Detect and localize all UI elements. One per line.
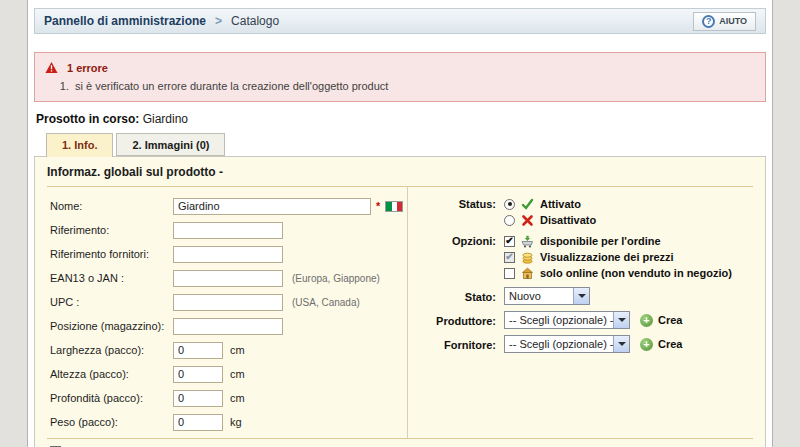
profondita-unit: cm [230,392,245,404]
posizione-input[interactable] [173,318,283,335]
peso-unit: kg [230,416,242,428]
pacchetto-row: Pacchetto [35,439,765,447]
upc-input[interactable] [173,294,283,311]
profondita-input[interactable] [173,390,223,407]
status-option-disattivato: Disattivato [504,212,596,228]
produttore-label: Produttore: [408,313,496,327]
peso-input[interactable] [173,414,223,431]
disattivato-label: Disattivato [540,214,596,226]
produttore-select-value: -- Scegli (opzionale) -- [505,312,613,328]
required-asterisk: * [376,200,380,212]
breadcrumb-current[interactable]: Catalogo [231,14,279,28]
field-row-nome: Nome: * [50,194,407,218]
disponibile-ordine-label: disponibile per l'ordine [540,235,661,247]
breadcrumb-bar: Pannello di amministrazione > Catalogo ?… [34,8,766,34]
plus-icon: + [640,338,653,351]
chevron-down-icon [613,312,629,328]
right-form-column: Status: Attivato [407,187,765,438]
ean13-label: EAN13 o JAN : [50,272,173,284]
error-box: 1 errore si è verificato un errore duran… [34,52,766,102]
field-row-peso: Peso (pacco): kg [50,410,407,434]
product-in-progress: Prosotto in corso: Giardino [36,112,766,126]
product-tabs: 1. Info. 2. Immagini (0) [46,133,766,156]
option-visualizzazione-prezzi: Visualizzazione dei prezzi [504,249,732,265]
peso-label: Peso (pacco): [50,416,173,428]
stato-select-value: Nuovo [505,288,573,304]
larghezza-unit: cm [230,344,245,356]
produttore-row: Produttore: -- Scegli (opzionale) -- + C… [408,311,765,329]
altezza-unit: cm [230,368,245,380]
attivato-label: Attivato [540,198,581,210]
ean13-note: (Europa, Giappone) [292,273,380,284]
error-message: si è verificato un errore durante la cre… [72,80,755,92]
disattivato-radio[interactable] [504,215,515,226]
field-row-altezza: Altezza (pacco): cm [50,362,407,386]
solo-online-checkbox[interactable] [504,268,515,279]
admin-page: Pannello di amministrazione > Catalogo ?… [27,0,773,447]
help-button[interactable]: ? AIUTO [693,12,756,31]
product-in-progress-value: Giardino [143,112,188,126]
attivato-radio[interactable] [504,199,515,210]
upc-note: (USA, Canada) [292,297,360,308]
produttore-crea-label: Crea [658,314,682,326]
visualizzazione-prezzi-checkbox[interactable] [504,252,515,263]
tab-immagini[interactable]: 2. Immagini (0) [116,133,225,156]
tab-info[interactable]: 1. Info. [46,133,113,157]
shop-icon [521,267,534,280]
chevron-down-icon [573,288,589,304]
panel-title: Informaz. globali sul prodotto - [35,157,765,186]
option-solo-online: solo online (non venduto in negozio) [504,265,732,281]
riferimento-input[interactable] [173,222,283,239]
field-row-upc: UPC : (USA, Canada) [50,290,407,314]
larghezza-input[interactable] [173,342,223,359]
stato-row: Stato: Nuovo [408,287,765,305]
breadcrumb-separator-icon: > [215,14,222,28]
coins-icon [521,251,534,264]
riferimento-fornitori-input[interactable] [173,246,283,263]
fornitore-row: Fornitore: -- Scegli (opzionale) -- + Cr… [408,335,765,353]
help-button-label: AIUTO [719,16,747,26]
fornitore-select[interactable]: -- Scegli (opzionale) -- [504,335,630,353]
disponibile-ordine-checkbox[interactable] [504,236,515,247]
error-title: 1 errore [67,62,108,74]
field-row-riferimento: Riferimento: [50,218,407,242]
product-in-progress-label: Prosotto in corso: [36,112,139,126]
field-row-larghezza: Larghezza (pacco): cm [50,338,407,362]
field-row-posizione: Posizione (magazzino): [50,314,407,338]
cross-icon [521,214,534,227]
posizione-label: Posizione (magazzino): [50,320,173,332]
question-mark-icon: ? [702,15,715,28]
nome-input[interactable] [173,198,371,215]
field-row-profondita: Profondità (pacco): cm [50,386,407,410]
profondita-label: Profondità (pacco): [50,392,173,404]
riferimento-fornitori-label: Riferimento fornitori: [50,248,173,260]
larghezza-label: Larghezza (pacco): [50,344,173,356]
status-option-attivato: Attivato [504,196,596,212]
breadcrumb-root[interactable]: Pannello di amministrazione [44,14,206,28]
field-row-riferimento-fornitori: Riferimento fornitori: [50,242,407,266]
solo-online-label: solo online (non venduto in negozio) [540,267,732,279]
stato-select[interactable]: Nuovo [504,287,590,305]
fornitore-select-value: -- Scegli (opzionale) -- [505,336,613,352]
status-row: Status: Attivato [408,196,765,228]
left-form-column: Nome: * Riferimento: Riferimento fornito… [35,187,407,438]
product-info-panel: Informaz. globali sul prodotto - Nome: *… [34,156,766,447]
cart-icon [521,235,534,248]
riferimento-label: Riferimento: [50,224,173,236]
fornitore-label: Fornitore: [408,337,496,351]
upc-label: UPC : [50,296,173,308]
opzioni-row: Opzioni: disponibile per l'ordine [408,233,765,281]
altezza-label: Altezza (pacco): [50,368,173,380]
altezza-input[interactable] [173,366,223,383]
nome-label: Nome: [50,200,173,212]
opzioni-label: Opzioni: [408,233,496,281]
fornitore-crea-button[interactable]: + Crea [640,338,682,351]
field-row-ean13: EAN13 o JAN : (Europa, Giappone) [50,266,407,290]
warning-icon [45,61,58,74]
ean13-input[interactable] [173,270,283,287]
produttore-crea-button[interactable]: + Crea [640,314,682,327]
check-icon [521,198,534,211]
produttore-select[interactable]: -- Scegli (opzionale) -- [504,311,630,329]
plus-icon: + [640,314,653,327]
visualizzazione-prezzi-label: Visualizzazione dei prezzi [540,251,674,263]
